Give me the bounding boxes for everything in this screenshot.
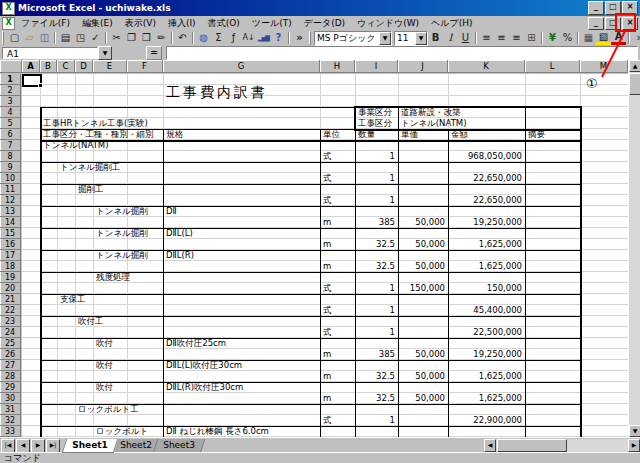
cell-H16[interactable]: m xyxy=(323,239,331,250)
menu-item-6[interactable]: データ(D) xyxy=(298,17,351,30)
help-icon[interactable]: ? xyxy=(271,31,286,45)
cell-I30[interactable]: 32.5 xyxy=(355,393,395,404)
percent-style-icon[interactable]: % xyxy=(560,31,575,45)
row-header-6[interactable]: 6 xyxy=(0,129,21,140)
font-name-select[interactable]: MS Pゴシック ▼ xyxy=(314,31,392,46)
cell-H28[interactable]: m xyxy=(323,371,331,382)
spelling-icon[interactable]: ✓ xyxy=(88,31,103,45)
cell-I8[interactable]: 1 xyxy=(355,151,395,162)
edit-formula-button[interactable]: = xyxy=(146,46,162,60)
cell-D11[interactable]: 掘削工 xyxy=(78,184,104,195)
tab-sheet1[interactable]: Sheet1 xyxy=(62,439,118,453)
row-header-25[interactable]: 25 xyxy=(0,338,21,349)
cell-I22[interactable]: 1 xyxy=(355,305,395,316)
cell-H24[interactable]: 式 xyxy=(323,327,332,338)
font-size-select[interactable]: 11 ▼ xyxy=(394,31,428,46)
row-header-8[interactable]: 8 xyxy=(0,151,21,162)
row-header-7[interactable]: 7 xyxy=(0,140,21,151)
row-header-15[interactable]: 15 xyxy=(0,228,21,239)
sort-ascending-icon[interactable]: A↓ xyxy=(241,31,256,45)
cell-G13[interactable]: DⅡ xyxy=(166,206,177,217)
row-header-28[interactable]: 28 xyxy=(0,371,21,382)
undo-icon[interactable]: ↶ xyxy=(175,31,190,45)
cell-J20[interactable]: 150,000 xyxy=(398,283,445,294)
column-header-C[interactable]: C xyxy=(57,60,75,73)
cell-K12[interactable]: 22,650,000 xyxy=(448,195,522,206)
cell-H18[interactable]: m xyxy=(323,261,331,272)
cell-J26[interactable]: 50,000 xyxy=(398,349,445,360)
save-icon[interactable]: ◫ xyxy=(37,31,52,45)
row-header-22[interactable]: 22 xyxy=(0,305,21,316)
cell-D23[interactable]: 吹付工 xyxy=(78,316,104,327)
horizontal-scroll-thumb[interactable] xyxy=(497,439,567,452)
column-header-J[interactable]: J xyxy=(398,60,448,73)
cell-E29[interactable]: 吹付 xyxy=(96,382,113,393)
menu-item-1[interactable]: 編集(E) xyxy=(76,17,119,30)
name-box-dropdown-icon[interactable]: ▼ xyxy=(98,46,112,60)
cell-E33[interactable]: ロックボルト xyxy=(96,426,148,437)
workbook-restore-button[interactable]: □ xyxy=(605,17,621,30)
row-header-16[interactable]: 16 xyxy=(0,239,21,250)
row-header-33[interactable]: 33 xyxy=(0,426,21,437)
cell-J6[interactable]: 単価 xyxy=(401,129,418,140)
cell-I24[interactable]: 1 xyxy=(355,327,395,338)
horizontal-scrollbar[interactable]: ◀ ▶ xyxy=(484,439,640,452)
copy-icon[interactable]: ❐ xyxy=(124,31,139,45)
cell-J30[interactable]: 50,000 xyxy=(398,393,445,404)
menu-item-3[interactable]: 挿入(I) xyxy=(162,17,202,30)
cell-J18[interactable]: 50,000 xyxy=(398,261,445,272)
cell-I18[interactable]: 32.5 xyxy=(355,261,395,272)
cell-I16[interactable]: 32.5 xyxy=(355,239,395,250)
format-painter-icon[interactable]: ✏ xyxy=(154,31,169,45)
cell-H32[interactable]: 式 xyxy=(323,415,332,426)
tab-sheet3[interactable]: Sheet3 xyxy=(153,439,205,453)
cell-K22[interactable]: 45,400,000 xyxy=(448,305,522,316)
cell-H22[interactable]: 式 xyxy=(323,305,332,316)
row-header-1[interactable]: 1 xyxy=(0,74,21,85)
italic-icon[interactable]: I xyxy=(443,31,458,45)
cell-B6[interactable]: 工事区分・工種・種別・細別 xyxy=(43,129,154,140)
cell-C21[interactable]: 支保工 xyxy=(60,294,86,305)
cell-E17[interactable]: トンネル掘削 xyxy=(96,250,148,261)
row-header-21[interactable]: 21 xyxy=(0,294,21,305)
select-all-corner[interactable] xyxy=(0,60,22,73)
row-header-4[interactable]: 4 xyxy=(0,107,21,118)
spreadsheet-grid[interactable]: 工事費内訳書事業区分道路新設・改築工事HRトンネル工事(実験)工事区分トンネル(… xyxy=(22,74,628,437)
cell-D31[interactable]: ロックボルト工 xyxy=(78,404,139,415)
font-color-icon[interactable]: A xyxy=(611,31,626,45)
maximize-button[interactable]: □ xyxy=(605,1,621,15)
paste-icon[interactable]: ❒ xyxy=(139,31,154,45)
cell-L6[interactable]: 摘要 xyxy=(528,129,545,140)
row-header-31[interactable]: 31 xyxy=(0,404,21,415)
new-document-icon[interactable]: ▢ xyxy=(7,31,22,45)
cell-E13[interactable]: トンネル掘削 xyxy=(96,206,148,217)
name-box[interactable]: A1 xyxy=(2,47,98,59)
cell-H12[interactable]: 式 xyxy=(323,195,332,206)
row-header-23[interactable]: 23 xyxy=(0,316,21,327)
cell-I10[interactable]: 1 xyxy=(355,173,395,184)
workbook-close-button[interactable]: × xyxy=(622,17,638,30)
cell-H14[interactable]: m xyxy=(323,217,331,228)
column-header-A[interactable]: A xyxy=(22,60,40,73)
fill-color-icon[interactable]: ▧ xyxy=(596,31,611,45)
underline-icon[interactable]: U xyxy=(458,31,473,45)
autosum-icon[interactable]: Σ xyxy=(211,31,226,45)
row-header-29[interactable]: 29 xyxy=(0,382,21,393)
menu-item-2[interactable]: 表示(V) xyxy=(119,17,162,30)
column-header-H[interactable]: H xyxy=(320,60,355,73)
cell-K32[interactable]: 22,900,000 xyxy=(448,415,522,426)
cell-K8[interactable]: 968,050,000 xyxy=(448,151,522,162)
menu-item-0[interactable]: ファイル(F) xyxy=(15,17,76,30)
cell-B7[interactable]: トンネル(NATM) xyxy=(43,140,108,151)
fill-handle[interactable] xyxy=(38,83,43,88)
more-buttons-icon[interactable]: » xyxy=(292,31,307,45)
row-header-12[interactable]: 12 xyxy=(0,195,21,206)
cell-I4[interactable]: 事業区分 xyxy=(358,107,392,118)
cell-G2[interactable]: 工事費内訳書 xyxy=(166,84,268,100)
menu-item-4[interactable]: 書式(O) xyxy=(202,17,246,30)
cell-E15[interactable]: トンネル掘削 xyxy=(96,228,148,239)
cell-J14[interactable]: 50,000 xyxy=(398,217,445,228)
cell-K26[interactable]: 19,250,000 xyxy=(448,349,522,360)
toolbar-grip[interactable] xyxy=(2,31,4,45)
open-folder-icon[interactable]: ▱ xyxy=(22,31,37,45)
